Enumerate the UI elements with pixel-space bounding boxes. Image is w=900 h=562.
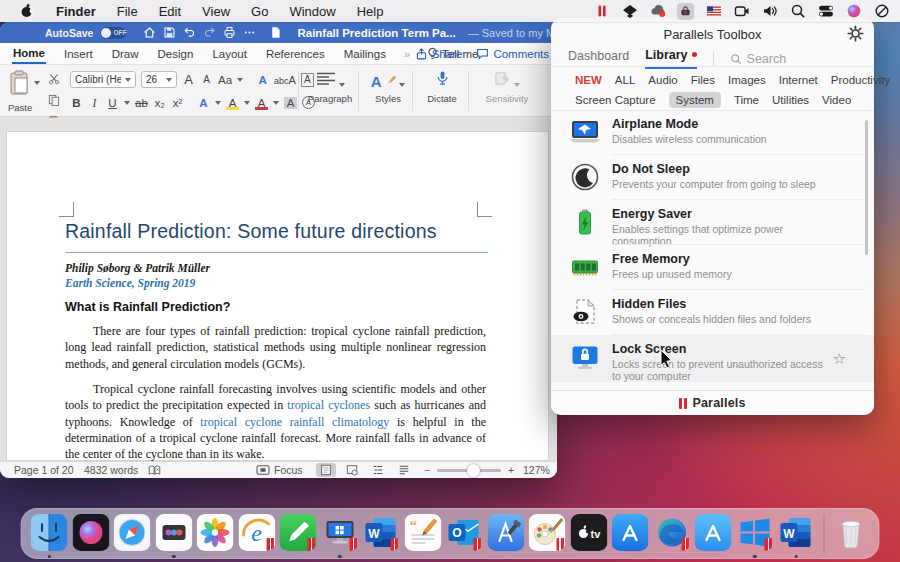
text-effects-button[interactable]: A [197, 97, 210, 109]
focus-toggle[interactable]: Focus [256, 462, 303, 478]
tool-lock-screen[interactable]: Lock Screen Locks screen to prevent unau… [551, 335, 874, 382]
menu-item-window[interactable]: Window [289, 4, 335, 19]
zoom-slider-thumb[interactable] [467, 464, 480, 477]
strikethrough-button[interactable]: ab [135, 97, 148, 109]
autosave-toggle[interactable]: OFF [100, 27, 126, 39]
category-video[interactable]: Video [822, 94, 851, 106]
dock-siri-icon[interactable] [72, 514, 109, 551]
tab-references[interactable]: References [265, 45, 326, 63]
document-page[interactable]: Rainfall Prediction: Some future directi… [6, 131, 549, 461]
search-input[interactable] [747, 52, 857, 66]
dock-xcode-icon[interactable] [487, 514, 524, 551]
phonetic-guide-button[interactable]: abcA [274, 74, 296, 86]
menu-item-file[interactable]: File [117, 4, 138, 19]
category-files[interactable]: Files [691, 74, 715, 86]
category-new[interactable]: NEW [575, 74, 602, 86]
copy-icon[interactable] [48, 92, 60, 110]
cut-icon[interactable] [48, 71, 60, 89]
siri-menu-icon[interactable] [845, 3, 862, 20]
shrink-font-button[interactable]: A [200, 74, 213, 85]
page-count[interactable]: Page 1 of 20 [14, 462, 74, 478]
dock-windows-notes-icon[interactable] [280, 514, 317, 551]
panel-scrollbar[interactable] [865, 120, 868, 255]
dock-photo-booth-icon[interactable] [155, 514, 192, 551]
font-name-select[interactable]: Calibri (He... [70, 71, 136, 88]
change-case-button[interactable]: Aa [218, 74, 232, 86]
menu-item-view[interactable]: View [202, 4, 230, 19]
share-button[interactable]: Share [415, 47, 463, 61]
underline-caret[interactable] [124, 101, 130, 105]
tool-energy-saver[interactable]: Energy Saver Enables settings that optim… [551, 200, 874, 245]
font-size-select[interactable]: 26 [141, 71, 177, 88]
tab-overflow-chevron[interactable]: » [404, 48, 410, 60]
subscript-button[interactable]: x₂ [153, 97, 166, 109]
tab-design[interactable]: Design [157, 45, 195, 63]
web-layout-view-button[interactable] [342, 463, 362, 477]
styles-group[interactable]: A Styles [366, 70, 410, 104]
do-not-disturb-menu-icon[interactable] [873, 3, 890, 20]
dock-word-windows-icon[interactable]: W [363, 514, 400, 551]
control-center-menu-icon[interactable] [817, 3, 834, 20]
category-screen-capture[interactable]: Screen Capture [575, 94, 656, 106]
dock-trash-icon[interactable] [833, 514, 870, 551]
zoom-in-button[interactable]: + [508, 462, 514, 478]
spotlight-menu-icon[interactable] [789, 3, 806, 20]
menu-item-app[interactable]: Finder [56, 4, 96, 19]
category-audio[interactable]: Audio [648, 74, 677, 86]
dock-paint-icon[interactable] [529, 514, 566, 551]
menu-item-help[interactable]: Help [357, 4, 384, 19]
category-productivity[interactable]: Productivity [831, 74, 890, 86]
proofing-status-icon[interactable] [148, 462, 161, 478]
bold-button[interactable]: B [70, 97, 83, 109]
category-system[interactable]: System [669, 92, 721, 108]
screen-recording-menu-icon[interactable] [733, 3, 750, 20]
doc-link[interactable]: tropical cyclones [287, 398, 370, 412]
category-all[interactable]: ALL [615, 74, 635, 86]
category-internet[interactable]: Internet [779, 74, 818, 86]
settings-gear-icon[interactable] [847, 25, 864, 42]
tab-home[interactable]: Home [12, 44, 46, 64]
favorite-star-icon[interactable]: ☆ [833, 350, 846, 368]
dock-parallels-desktop-icon[interactable] [321, 514, 358, 551]
category-utilities[interactable]: Utilities [772, 94, 809, 106]
dock-app-store-icon[interactable] [612, 514, 649, 551]
font-color-button[interactable]: A [255, 97, 268, 109]
dropbox-menu-icon[interactable] [621, 3, 638, 20]
grow-font-button[interactable]: A [182, 72, 195, 87]
cleanmymac-menu-icon[interactable] [649, 3, 666, 20]
font-color-caret[interactable] [273, 101, 279, 105]
outline-view-button[interactable] [368, 463, 388, 477]
clear-formatting-button[interactable]: A [256, 74, 269, 86]
zoom-slider[interactable] [437, 462, 501, 478]
dock-apple-tv-icon[interactable]: tv [570, 514, 607, 551]
dock-internet-explorer-icon[interactable]: e [238, 514, 275, 551]
text-effects-caret[interactable] [215, 101, 221, 105]
dock-edge-icon[interactable] [653, 514, 690, 551]
undo-icon[interactable] [183, 25, 196, 40]
toolbox-search[interactable] [730, 52, 857, 66]
dock-photos-icon[interactable] [197, 514, 234, 551]
tool-airplane-mode[interactable]: Airplane Mode Disables wireless communic… [551, 110, 874, 155]
apple-menu-icon[interactable] [18, 3, 35, 20]
word-count[interactable]: 4832 words [84, 462, 138, 478]
superscript-button[interactable]: x² [171, 97, 184, 109]
print-layout-view-button[interactable] [316, 463, 336, 477]
character-shading-button[interactable]: A [284, 97, 297, 109]
category-images[interactable]: Images [728, 74, 766, 86]
volume-menu-icon[interactable] [761, 3, 778, 20]
tab-insert[interactable]: Insert [63, 45, 94, 63]
dictate-button[interactable]: Dictate [420, 70, 464, 104]
category-time[interactable]: Time [734, 94, 759, 106]
highlight-caret[interactable] [244, 101, 250, 105]
paste-button[interactable]: Paste [8, 70, 32, 113]
draft-view-button[interactable] [394, 463, 414, 477]
tab-layout[interactable]: Layout [211, 45, 248, 63]
redo-icon[interactable] [203, 25, 216, 40]
menu-item-edit[interactable]: Edit [159, 4, 181, 19]
dock-wordpad-icon[interactable]: “ [404, 514, 441, 551]
highlight-button[interactable]: A [226, 97, 239, 109]
input-source-flag-icon[interactable] [705, 3, 722, 20]
zoom-percentage[interactable]: 127% [523, 462, 550, 478]
dock-finder-icon[interactable] [31, 514, 68, 551]
tool-free-memory[interactable]: Free Memory Frees up unused memory [551, 245, 874, 290]
